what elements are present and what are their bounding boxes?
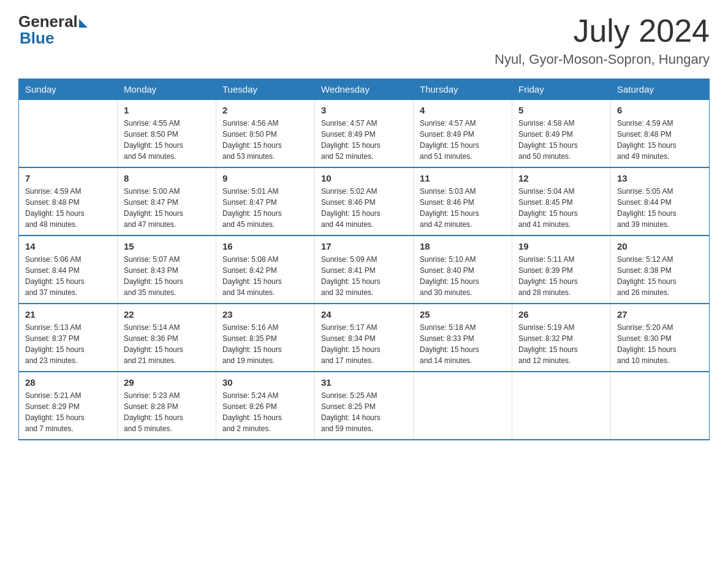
day-cell: 24Sunrise: 5:17 AM Sunset: 8:34 PM Dayli… — [315, 304, 414, 372]
day-info: Sunrise: 4:57 AM Sunset: 8:49 PM Dayligh… — [420, 118, 506, 162]
day-info: Sunrise: 4:57 AM Sunset: 8:49 PM Dayligh… — [321, 118, 407, 162]
day-cell: 28Sunrise: 5:21 AM Sunset: 8:29 PM Dayli… — [19, 372, 118, 440]
day-info: Sunrise: 5:21 AM Sunset: 8:29 PM Dayligh… — [25, 390, 111, 434]
day-number: 4 — [420, 105, 506, 115]
day-cell: 19Sunrise: 5:11 AM Sunset: 8:39 PM Dayli… — [512, 236, 611, 304]
day-info: Sunrise: 5:04 AM Sunset: 8:45 PM Dayligh… — [518, 186, 604, 230]
header-thursday: Thursday — [414, 79, 512, 100]
day-info: Sunrise: 4:58 AM Sunset: 8:49 PM Dayligh… — [518, 118, 604, 162]
day-info: Sunrise: 5:12 AM Sunset: 8:38 PM Dayligh… — [617, 254, 703, 298]
day-number: 2 — [222, 105, 308, 115]
day-info: Sunrise: 5:07 AM Sunset: 8:43 PM Dayligh… — [124, 254, 210, 298]
day-cell: 30Sunrise: 5:24 AM Sunset: 8:26 PM Dayli… — [216, 372, 315, 440]
day-cell: 9Sunrise: 5:01 AM Sunset: 8:47 PM Daylig… — [216, 167, 315, 236]
day-number: 27 — [617, 309, 703, 320]
day-cell: 1Sunrise: 4:55 AM Sunset: 8:50 PM Daylig… — [118, 100, 216, 168]
day-cell: 8Sunrise: 5:00 AM Sunset: 8:47 PM Daylig… — [118, 167, 216, 236]
day-info: Sunrise: 5:05 AM Sunset: 8:44 PM Dayligh… — [617, 186, 703, 230]
day-number: 16 — [222, 241, 308, 251]
day-cell: 18Sunrise: 5:10 AM Sunset: 8:40 PM Dayli… — [414, 236, 512, 304]
day-info: Sunrise: 5:13 AM Sunset: 8:37 PM Dayligh… — [25, 322, 111, 366]
header-sunday: Sunday — [19, 79, 118, 100]
day-info: Sunrise: 5:14 AM Sunset: 8:36 PM Dayligh… — [124, 322, 210, 366]
day-number: 30 — [222, 377, 308, 388]
day-number: 6 — [617, 105, 703, 115]
day-info: Sunrise: 4:55 AM Sunset: 8:50 PM Dayligh… — [124, 118, 210, 162]
day-cell — [19, 100, 118, 168]
day-info: Sunrise: 5:24 AM Sunset: 8:26 PM Dayligh… — [222, 390, 308, 434]
day-number: 25 — [420, 309, 506, 320]
page-header: General Blue July 2024 Nyul, Gyor-Moson-… — [18, 12, 710, 67]
header-wednesday: Wednesday — [315, 79, 414, 100]
location-title: Nyul, Gyor-Moson-Sopron, Hungary — [495, 52, 710, 67]
logo: General Blue — [18, 12, 88, 48]
header-row: SundayMondayTuesdayWednesdayThursdayFrid… — [19, 79, 710, 100]
day-number: 1 — [124, 105, 210, 115]
week-row-3: 14Sunrise: 5:06 AM Sunset: 8:44 PM Dayli… — [19, 236, 710, 304]
day-cell: 4Sunrise: 4:57 AM Sunset: 8:49 PM Daylig… — [414, 100, 512, 168]
day-number: 7 — [25, 173, 111, 183]
day-number: 29 — [124, 377, 210, 388]
month-title: July 2024 — [495, 12, 710, 49]
day-number: 9 — [222, 173, 308, 183]
day-number: 10 — [321, 173, 407, 183]
day-info: Sunrise: 5:20 AM Sunset: 8:30 PM Dayligh… — [617, 322, 703, 366]
day-info: Sunrise: 5:06 AM Sunset: 8:44 PM Dayligh… — [25, 254, 111, 298]
week-row-1: 1Sunrise: 4:55 AM Sunset: 8:50 PM Daylig… — [19, 100, 710, 168]
day-cell — [611, 372, 710, 440]
day-number: 14 — [25, 241, 111, 251]
day-number: 17 — [321, 241, 407, 251]
day-cell: 5Sunrise: 4:58 AM Sunset: 8:49 PM Daylig… — [512, 100, 611, 168]
calendar-table: SundayMondayTuesdayWednesdayThursdayFrid… — [18, 79, 710, 440]
day-cell: 15Sunrise: 5:07 AM Sunset: 8:43 PM Dayli… — [118, 236, 216, 304]
day-info: Sunrise: 5:11 AM Sunset: 8:39 PM Dayligh… — [518, 254, 604, 298]
day-cell: 16Sunrise: 5:08 AM Sunset: 8:42 PM Dayli… — [216, 236, 315, 304]
day-info: Sunrise: 5:00 AM Sunset: 8:47 PM Dayligh… — [124, 186, 210, 230]
day-cell: 7Sunrise: 4:59 AM Sunset: 8:48 PM Daylig… — [19, 167, 118, 236]
header-monday: Monday — [118, 79, 216, 100]
day-info: Sunrise: 5:23 AM Sunset: 8:28 PM Dayligh… — [124, 390, 210, 434]
day-info: Sunrise: 4:56 AM Sunset: 8:50 PM Dayligh… — [222, 118, 308, 162]
day-number: 3 — [321, 105, 407, 115]
header-tuesday: Tuesday — [216, 79, 315, 100]
day-cell: 31Sunrise: 5:25 AM Sunset: 8:25 PM Dayli… — [315, 372, 414, 440]
day-cell: 25Sunrise: 5:18 AM Sunset: 8:33 PM Dayli… — [414, 304, 512, 372]
title-block: July 2024 Nyul, Gyor-Moson-Sopron, Hunga… — [495, 12, 710, 67]
day-info: Sunrise: 5:08 AM Sunset: 8:42 PM Dayligh… — [222, 254, 308, 298]
day-info: Sunrise: 5:03 AM Sunset: 8:46 PM Dayligh… — [420, 186, 506, 230]
day-info: Sunrise: 5:18 AM Sunset: 8:33 PM Dayligh… — [420, 322, 506, 366]
day-number: 19 — [518, 241, 604, 251]
day-cell: 6Sunrise: 4:59 AM Sunset: 8:48 PM Daylig… — [611, 100, 710, 168]
week-row-4: 21Sunrise: 5:13 AM Sunset: 8:37 PM Dayli… — [19, 304, 710, 372]
day-cell: 10Sunrise: 5:02 AM Sunset: 8:46 PM Dayli… — [315, 167, 414, 236]
day-cell: 12Sunrise: 5:04 AM Sunset: 8:45 PM Dayli… — [512, 167, 611, 236]
day-cell: 23Sunrise: 5:16 AM Sunset: 8:35 PM Dayli… — [216, 304, 315, 372]
day-cell: 17Sunrise: 5:09 AM Sunset: 8:41 PM Dayli… — [315, 236, 414, 304]
day-number: 13 — [617, 173, 703, 183]
day-number: 26 — [518, 309, 604, 320]
header-friday: Friday — [512, 79, 611, 100]
day-number: 18 — [420, 241, 506, 251]
day-number: 15 — [124, 241, 210, 251]
day-cell: 21Sunrise: 5:13 AM Sunset: 8:37 PM Dayli… — [19, 304, 118, 372]
day-cell: 13Sunrise: 5:05 AM Sunset: 8:44 PM Dayli… — [611, 167, 710, 236]
day-info: Sunrise: 5:16 AM Sunset: 8:35 PM Dayligh… — [222, 322, 308, 366]
day-number: 23 — [222, 309, 308, 320]
day-info: Sunrise: 5:10 AM Sunset: 8:40 PM Dayligh… — [420, 254, 506, 298]
day-number: 5 — [518, 105, 604, 115]
day-number: 21 — [25, 309, 111, 320]
day-number: 28 — [25, 377, 111, 388]
day-info: Sunrise: 5:02 AM Sunset: 8:46 PM Dayligh… — [321, 186, 407, 230]
day-number: 22 — [124, 309, 210, 320]
day-cell: 2Sunrise: 4:56 AM Sunset: 8:50 PM Daylig… — [216, 100, 315, 168]
day-info: Sunrise: 5:01 AM Sunset: 8:47 PM Dayligh… — [222, 186, 308, 230]
week-row-5: 28Sunrise: 5:21 AM Sunset: 8:29 PM Dayli… — [19, 372, 710, 440]
day-number: 8 — [124, 173, 210, 183]
logo-blue-text: Blue — [20, 29, 54, 48]
day-info: Sunrise: 5:17 AM Sunset: 8:34 PM Dayligh… — [321, 322, 407, 366]
day-cell: 22Sunrise: 5:14 AM Sunset: 8:36 PM Dayli… — [118, 304, 216, 372]
day-info: Sunrise: 5:19 AM Sunset: 8:32 PM Dayligh… — [518, 322, 604, 366]
day-cell: 14Sunrise: 5:06 AM Sunset: 8:44 PM Dayli… — [19, 236, 118, 304]
day-cell: 20Sunrise: 5:12 AM Sunset: 8:38 PM Dayli… — [611, 236, 710, 304]
day-info: Sunrise: 4:59 AM Sunset: 8:48 PM Dayligh… — [617, 118, 703, 162]
